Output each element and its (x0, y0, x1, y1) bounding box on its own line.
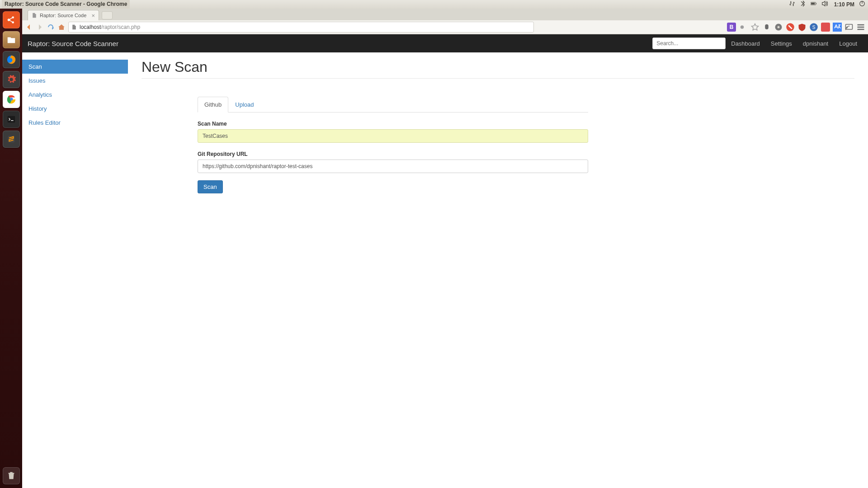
sidebar-item-scan[interactable]: Scan (22, 60, 128, 74)
svg-point-14 (778, 26, 780, 28)
svg-rect-20 (858, 24, 864, 26)
home-button[interactable] (57, 23, 66, 31)
sidebar-item-issues[interactable]: Issues (22, 74, 128, 88)
dash-icon[interactable] (3, 11, 20, 28)
sidebar-item-label: Rules Editor (28, 119, 61, 126)
scan-name-input[interactable] (198, 129, 588, 143)
os-top-panel: Raptor: Source Code Scanner - Google Chr… (0, 0, 868, 9)
url-text: localhost/raptor/scan.php (80, 24, 531, 30)
trash-icon[interactable] (3, 467, 20, 484)
svg-point-5 (12, 16, 14, 19)
web-app: Raptor: Source Code Scanner Dashboard Se… (22, 34, 868, 488)
site-info-icon[interactable] (71, 24, 77, 30)
nav-settings[interactable]: Settings (765, 40, 797, 47)
window-title: Raptor: Source Code Scanner - Google Chr… (2, 0, 130, 9)
browser-tab[interactable]: Raptor: Source Code × (28, 10, 99, 20)
shutdown-icon[interactable] (859, 0, 865, 8)
forward-button[interactable] (36, 23, 44, 31)
app-brand[interactable]: Raptor: Source Code Scanner (28, 40, 118, 47)
svg-point-4 (7, 19, 10, 21)
browser-toolbar: localhost/raptor/scan.php B S (22, 20, 868, 34)
svg-rect-10 (7, 116, 15, 123)
main-content: New Scan Github Upload Scan Name Git Rep… (128, 52, 868, 488)
sidebar-item-analytics[interactable]: Analytics (22, 88, 128, 102)
sidebar-item-history[interactable]: History (22, 102, 128, 116)
browser-tab-title: Raptor: Source Code (40, 13, 86, 18)
ext-adblock-icon[interactable] (786, 23, 795, 32)
ext-bootstrap-icon[interactable]: B (727, 23, 736, 32)
nav-logout[interactable]: Logout (834, 40, 863, 47)
search-input[interactable] (652, 38, 726, 49)
ext-lastpass-icon[interactable] (739, 23, 748, 32)
page-title: New Scan (142, 59, 854, 75)
battery-icon[interactable] (811, 0, 817, 8)
chrome-window: Raptor: Source Code × localhost/raptor/s… (22, 9, 868, 488)
terminal-icon[interactable] (3, 111, 20, 128)
svg-rect-22 (858, 29, 864, 30)
browser-tabstrip[interactable]: Raptor: Source Code × (22, 9, 868, 20)
star-icon[interactable] (750, 23, 760, 32)
ext-translate-icon[interactable] (833, 23, 842, 32)
ext-ublock-icon[interactable] (797, 23, 807, 32)
sidebar-item-label: History (28, 105, 47, 112)
svg-rect-21 (858, 27, 864, 28)
volume-icon[interactable] (821, 0, 828, 8)
tab-github[interactable]: Github (198, 97, 228, 113)
bluetooth-icon[interactable] (800, 0, 806, 8)
nav-user[interactable]: dpnishant (797, 40, 834, 47)
sidebar-item-label: Issues (28, 77, 46, 84)
address-bar[interactable]: localhost/raptor/scan.php (68, 22, 534, 33)
sidebar-item-label: Analytics (28, 91, 52, 98)
repo-url-label: Git Repository URL (198, 151, 588, 157)
scan-name-label: Scan Name (198, 121, 588, 127)
ext-noscript-icon[interactable]: S (809, 23, 818, 32)
settings-gear-icon[interactable] (3, 71, 20, 88)
chrome-app-icon[interactable] (3, 91, 20, 108)
system-tray[interactable]: 1:10 PM (789, 0, 865, 8)
page-icon (32, 13, 37, 18)
app-navbar: Raptor: Source Code Scanner Dashboard Se… (22, 34, 868, 52)
svg-text:S: S (812, 25, 816, 30)
firefox-icon[interactable] (3, 51, 20, 68)
files-icon[interactable] (3, 31, 20, 48)
reload-button[interactable] (47, 23, 55, 31)
ext-red-icon[interactable] (821, 23, 830, 32)
sidebar: Scan Issues Analytics History Rules Edit… (22, 52, 128, 488)
svg-point-6 (12, 21, 14, 23)
back-button[interactable] (25, 23, 33, 31)
clock[interactable]: 1:10 PM (834, 1, 854, 8)
unity-launcher[interactable] (0, 9, 22, 488)
chrome-menu-icon[interactable] (856, 23, 865, 32)
nav-dashboard[interactable]: Dashboard (726, 40, 765, 47)
sublime-icon[interactable] (3, 131, 20, 148)
tab-upload[interactable]: Upload (228, 97, 260, 113)
repo-url-input[interactable] (198, 160, 588, 173)
new-tab-button[interactable] (102, 11, 113, 19)
ext-cast-icon[interactable] (844, 23, 854, 32)
divider (142, 78, 854, 79)
svg-rect-1 (816, 3, 816, 4)
source-tabs: Github Upload (198, 97, 588, 113)
ext-bug-icon[interactable] (762, 23, 771, 32)
svg-rect-2 (811, 3, 815, 5)
sidebar-item-rules-editor[interactable]: Rules Editor (22, 116, 128, 130)
ext-wheel-icon[interactable] (774, 23, 783, 32)
scan-button[interactable]: Scan (198, 180, 223, 193)
sidebar-item-label: Scan (28, 63, 42, 70)
network-icon[interactable] (789, 0, 795, 8)
tab-close-icon[interactable]: × (91, 13, 95, 19)
svg-point-12 (741, 25, 744, 29)
